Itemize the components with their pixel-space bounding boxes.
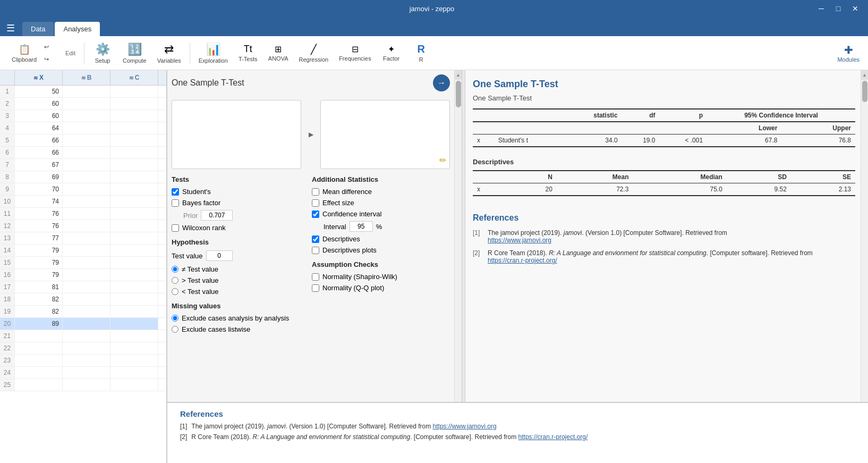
cell-c[interactable] xyxy=(110,281,158,293)
cell-c[interactable] xyxy=(110,134,158,146)
cell-c[interactable] xyxy=(110,330,158,342)
table-row[interactable]: 19 82 xyxy=(0,306,166,318)
cell-x[interactable]: 81 xyxy=(15,281,63,293)
cell-c[interactable] xyxy=(110,245,158,256)
table-row[interactable]: 17 81 xyxy=(0,281,166,293)
table-row[interactable]: 15 79 xyxy=(0,257,166,269)
cell-c[interactable] xyxy=(110,220,158,232)
ci-checkbox[interactable] xyxy=(312,211,319,218)
cell-c[interactable] xyxy=(110,171,158,183)
cell-b[interactable] xyxy=(63,342,110,354)
table-row[interactable]: 11 76 xyxy=(0,208,166,220)
exclude-listwise-radio[interactable] xyxy=(172,326,178,333)
var-box-left[interactable] xyxy=(172,100,301,169)
cell-c[interactable] xyxy=(110,355,158,366)
close-button[interactable]: ✕ xyxy=(849,2,862,15)
less-radio[interactable] xyxy=(172,288,178,295)
transform-button[interactable]: ⇄ Variables xyxy=(153,40,185,66)
cell-c[interactable] xyxy=(110,183,158,195)
undo-button[interactable]: ↩ xyxy=(41,41,64,53)
cell-b[interactable] xyxy=(63,367,110,378)
cell-c[interactable] xyxy=(110,293,158,305)
cell-b[interactable] xyxy=(63,245,110,256)
mean-diff-checkbox[interactable] xyxy=(312,188,319,196)
table-row[interactable]: 10 74 xyxy=(0,196,166,208)
paste-button[interactable]: 📋 Clipboard xyxy=(8,41,40,65)
cell-c[interactable] xyxy=(110,367,158,378)
cell-x[interactable]: 76 xyxy=(15,208,63,220)
cell-c[interactable] xyxy=(110,318,158,330)
cell-x[interactable] xyxy=(15,355,63,366)
greater-radio[interactable] xyxy=(172,277,178,284)
exploration-button[interactable]: 📊 Exploration xyxy=(194,40,232,66)
redo-button[interactable]: ↪ xyxy=(41,54,64,65)
anova-button[interactable]: ⊞ ANOVA xyxy=(264,42,293,64)
normality-qq-checkbox[interactable] xyxy=(312,284,319,292)
tab-data[interactable]: Data xyxy=(22,22,54,36)
col-header-b[interactable]: ≋ B xyxy=(63,70,110,85)
cell-b[interactable] xyxy=(63,208,110,220)
factor-button[interactable]: ✦ Factor xyxy=(378,42,405,64)
cell-b[interactable] xyxy=(63,269,110,281)
table-row[interactable]: 16 79 xyxy=(0,269,166,281)
table-row[interactable]: 24 xyxy=(0,367,166,379)
cell-x[interactable]: 70 xyxy=(15,183,63,195)
bayes-checkbox[interactable] xyxy=(172,199,179,207)
cell-c[interactable] xyxy=(110,110,158,122)
cell-x[interactable] xyxy=(15,342,63,354)
cell-x[interactable] xyxy=(15,330,63,342)
table-row[interactable]: 4 64 xyxy=(0,122,166,134)
cell-b[interactable] xyxy=(63,330,110,342)
not-equal-radio[interactable] xyxy=(172,266,178,273)
prior-input[interactable] xyxy=(201,210,233,221)
frequencies-button[interactable]: ⊟ Frequencies xyxy=(335,42,376,64)
cell-x[interactable]: 79 xyxy=(15,245,63,256)
table-row[interactable]: 13 77 xyxy=(0,232,166,245)
normality-shapiro-checkbox[interactable] xyxy=(312,273,319,281)
cell-b[interactable] xyxy=(63,147,110,158)
scroll-up-button[interactable]: ▲ xyxy=(455,70,462,80)
cell-b[interactable] xyxy=(63,159,110,171)
effect-size-checkbox[interactable] xyxy=(312,199,319,207)
compute-button[interactable]: 🔢 Compute xyxy=(118,40,151,66)
test-value-input[interactable] xyxy=(206,250,233,261)
cell-c[interactable] xyxy=(110,269,158,281)
table-row[interactable]: 22 xyxy=(0,342,166,355)
cell-x[interactable]: 79 xyxy=(15,269,63,281)
ref2-link[interactable]: https://cran.r-project.org/ xyxy=(488,257,557,264)
maximize-button[interactable]: □ xyxy=(832,2,845,15)
minimize-button[interactable]: ─ xyxy=(815,2,828,15)
scroll-thumb[interactable] xyxy=(456,81,461,107)
cell-x[interactable]: 60 xyxy=(15,98,63,110)
cell-b[interactable] xyxy=(63,183,110,195)
table-row[interactable]: 21 xyxy=(0,330,166,342)
table-row[interactable]: 5 66 xyxy=(0,134,166,147)
cell-c[interactable] xyxy=(110,342,158,354)
cell-b[interactable] xyxy=(63,196,110,207)
r-button[interactable]: R R xyxy=(407,41,435,65)
cell-b[interactable] xyxy=(63,318,110,330)
table-row[interactable]: 12 76 xyxy=(0,220,166,232)
table-row[interactable]: 3 60 xyxy=(0,110,166,122)
col-header-c[interactable]: ≋ C xyxy=(110,70,158,85)
regression-button[interactable]: ╱ Regression xyxy=(295,41,333,65)
table-row[interactable]: 20 89 xyxy=(0,318,166,330)
table-row[interactable]: 6 66 xyxy=(0,147,166,159)
cell-b[interactable] xyxy=(63,293,110,305)
table-row[interactable]: 25 xyxy=(0,379,166,391)
cell-x[interactable]: 82 xyxy=(15,306,63,317)
cell-c[interactable] xyxy=(110,147,158,158)
hamburger-menu-button[interactable]: ☰ xyxy=(4,20,17,36)
wilcoxon-checkbox[interactable] xyxy=(172,224,179,232)
cell-x[interactable]: 77 xyxy=(15,232,63,244)
exclude-analysis-radio[interactable] xyxy=(172,315,178,322)
cell-b[interactable] xyxy=(63,232,110,244)
table-row[interactable]: 8 69 xyxy=(0,171,166,183)
table-row[interactable]: 7 67 xyxy=(0,159,166,171)
analysis-run-button[interactable]: → xyxy=(433,74,450,91)
cell-c[interactable] xyxy=(110,257,158,268)
table-row[interactable]: 1 50 xyxy=(0,86,166,98)
table-row[interactable]: 18 82 xyxy=(0,293,166,306)
cell-x[interactable]: 66 xyxy=(15,147,63,158)
table-row[interactable]: 14 79 xyxy=(0,245,166,257)
